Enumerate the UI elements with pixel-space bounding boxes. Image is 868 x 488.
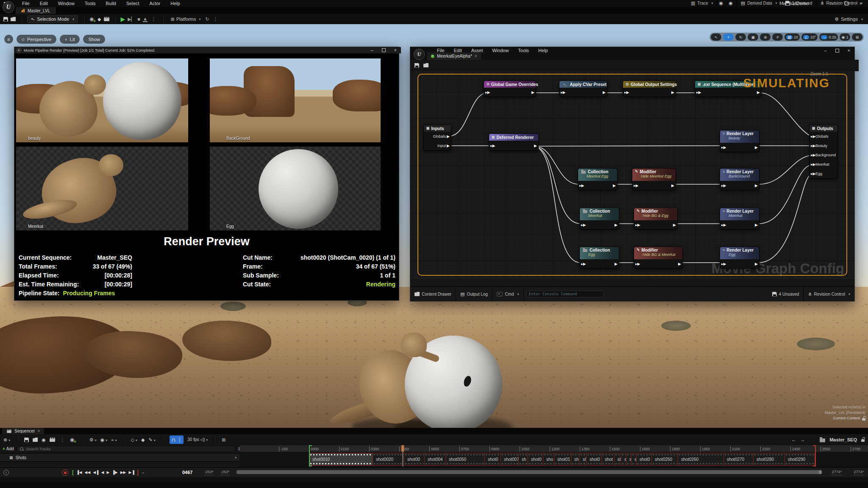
- render-options-kebab-icon[interactable]: ⋮: [60, 437, 65, 443]
- menu-tools[interactable]: Tools: [513, 47, 534, 54]
- lock-icon[interactable]: [861, 439, 865, 442]
- output-pin[interactable]: ▶: [678, 262, 681, 266]
- menu-help[interactable]: Help: [534, 47, 553, 54]
- shot-clip[interactable]: sh: [571, 453, 580, 466]
- world-dropdown[interactable]: ⊕▾: [3, 438, 10, 442]
- screenshot-icon[interactable]: ◉: [725, 0, 737, 6]
- playback-options-dropdown[interactable]: »▾: [111, 438, 117, 442]
- output-pin[interactable]: ▶: [534, 144, 537, 147]
- globals-in-pin[interactable]: ▸▶: [811, 135, 815, 139]
- set-end-bracket-icon[interactable]: ]: [137, 469, 139, 475]
- play-options-kebab-icon[interactable]: ⋮: [151, 17, 156, 22]
- output-pin[interactable]: ▶: [673, 223, 676, 227]
- trace-dropdown[interactable]: ▥Trace▾: [687, 0, 718, 6]
- input-pin[interactable]: ▸▶: [635, 223, 640, 227]
- node-render-layer-beauty[interactable]: ≡Render Layerbeauty ▸▶▶: [720, 130, 760, 152]
- track-row-shots[interactable]: ▦ Shots + ◉: [0, 453, 253, 462]
- node-render-layer-background[interactable]: ≡Render LayerBackGround ▸▶▶: [720, 168, 760, 190]
- camera-icon[interactable]: ◉: [42, 438, 46, 442]
- toolbar-kebab-icon[interactable]: ⋮: [213, 17, 218, 22]
- shot-clip[interactable]: shot01: [554, 453, 572, 466]
- menu-actor[interactable]: Actor: [145, 0, 166, 7]
- settings-wrench-dropdown[interactable]: ⚙▾: [89, 438, 97, 442]
- camera-speed-button[interactable]: ◉ 1: [840, 33, 850, 41]
- timeline-scrollbar[interactable]: [236, 470, 822, 474]
- play-button[interactable]: ▶: [106, 470, 109, 474]
- shot-clip[interactable]: shot004: [424, 453, 446, 466]
- input-pin[interactable]: ▸▶: [696, 90, 701, 94]
- edit-mode-dropdown[interactable]: ✎▾: [148, 438, 155, 442]
- viewport-options-button[interactable]: ≡: [4, 35, 13, 44]
- shot-clip[interactable]: shot0280: [753, 453, 785, 466]
- frame-skip-button[interactable]: ▶▏: [128, 17, 135, 22]
- menu-window[interactable]: Window: [53, 0, 80, 7]
- rotation-snap-button[interactable]: ∠ 10°: [801, 33, 818, 41]
- info-icon[interactable]: i: [3, 470, 9, 475]
- node-collection-egg[interactable]: CollectionEgg ▸▶▶: [579, 247, 619, 269]
- output-pin[interactable]: ▶: [603, 90, 606, 94]
- current-frame-field[interactable]: 0467: [182, 468, 192, 477]
- render-window-titlebar[interactable]: U Movie Pipeline Render (Preview) [Job 1…: [14, 47, 401, 53]
- node-modifier-hide-bg-egg[interactable]: ✎ModifierHide BG & Egg ▸▶▶: [634, 208, 678, 230]
- sequence-name[interactable]: Master_SEQ: [829, 437, 857, 442]
- playback-start-bracket[interactable]: [309, 445, 312, 466]
- view-options-dropdown[interactable]: ◉▾: [100, 438, 108, 442]
- rotate-tool-button[interactable]: ↻: [735, 33, 746, 41]
- cmd-dropdown[interactable]: >_Cmd▾: [492, 287, 524, 301]
- node-global-game-overrides[interactable]: ⊞Global Game Overrides ▸▶▶: [484, 80, 536, 97]
- menu-build[interactable]: Build: [101, 0, 121, 7]
- shot-clip[interactable]: sho: [543, 453, 555, 466]
- sequencer-timeline[interactable]: -150 0000 0150 0300 0450 0600 0750 0900 …: [239, 445, 868, 467]
- search-tracks-input[interactable]: [25, 446, 232, 452]
- blueprints-icon[interactable]: ◆: [97, 17, 101, 22]
- forward-icon[interactable]: →: [800, 438, 805, 442]
- shot-clip[interactable]: shot0: [636, 453, 652, 466]
- maximize-button[interactable]: [382, 48, 386, 52]
- node-render-layer-meerkat[interactable]: ≡Render LayerMeerkat ▸▶▶: [720, 208, 760, 230]
- shot-clip[interactable]: shot0270: [723, 453, 754, 466]
- browse-icon[interactable]: [33, 438, 38, 442]
- add-actor-icon[interactable]: ◉: [70, 437, 75, 443]
- output-pin[interactable]: ▶: [671, 90, 674, 94]
- shot-clip[interactable]: shot0260: [678, 453, 724, 466]
- snap-toggle-button[interactable]: ∩⋮: [170, 435, 184, 444]
- record-button[interactable]: [62, 469, 68, 476]
- loop-toggle-icon[interactable]: →: [141, 470, 145, 474]
- lit-dropdown[interactable]: ◐ Lit: [60, 35, 80, 44]
- node-collection-meerkat[interactable]: CollectionMeerkat ▸▶▶: [579, 208, 619, 230]
- shot-clip[interactable]: shot0020: [373, 453, 405, 466]
- scale-snap-button[interactable]: → 0.25: [819, 33, 838, 41]
- input-pin[interactable]: ▸▶: [581, 223, 586, 227]
- shot-clip[interactable]: shot0: [484, 453, 501, 466]
- render-movie-icon[interactable]: [50, 438, 55, 442]
- browse-icon[interactable]: [423, 63, 428, 67]
- save-icon[interactable]: [3, 17, 8, 22]
- set-start-bracket-icon[interactable]: [: [72, 469, 74, 475]
- output-pin[interactable]: ▶: [757, 90, 760, 94]
- input-pin[interactable]: ▸▶: [485, 90, 490, 94]
- add-track-button[interactable]: +Add: [3, 446, 14, 451]
- minimize-button[interactable]: –: [370, 48, 373, 53]
- output-log-button[interactable]: ▤Output Log: [456, 287, 492, 301]
- input-out-pin[interactable]: ▶: [447, 144, 450, 148]
- input-pin[interactable]: ▸▶: [721, 223, 726, 227]
- keyframe-options-dropdown[interactable]: ◇▾: [131, 438, 137, 442]
- cinematics-icon[interactable]: [104, 17, 109, 21]
- grid-snap-button[interactable]: ▦ 10: [785, 33, 800, 41]
- console-command-input[interactable]: [526, 291, 604, 297]
- globals-out-pin[interactable]: ▶: [447, 135, 450, 139]
- content-drawer-button[interactable]: Content Drawer: [410, 287, 456, 301]
- add-actor-icon[interactable]: ◉: [89, 17, 95, 22]
- shot-clip[interactable]: shot0: [528, 453, 544, 466]
- view-range-start[interactable]: -253*: [204, 469, 214, 475]
- search-tracks-box[interactable]: [17, 446, 236, 452]
- graph-window-titlebar[interactable]: U File Edit Asset Window Tools Help Meer…: [410, 47, 854, 60]
- platforms-dropdown[interactable]: ⊞ Platforms ▾: [169, 16, 203, 22]
- unsaved-button[interactable]: 1 Unsaved: [782, 0, 817, 6]
- unsaved-button[interactable]: 4 Unsaved: [768, 287, 804, 301]
- add-section-icon[interactable]: +: [234, 455, 237, 460]
- stop-button[interactable]: ■: [137, 17, 140, 22]
- menu-select[interactable]: Select: [121, 0, 145, 7]
- input-pin[interactable]: ▸▶: [579, 183, 584, 187]
- settings-dropdown[interactable]: ⚙ Settings ▾: [831, 14, 863, 24]
